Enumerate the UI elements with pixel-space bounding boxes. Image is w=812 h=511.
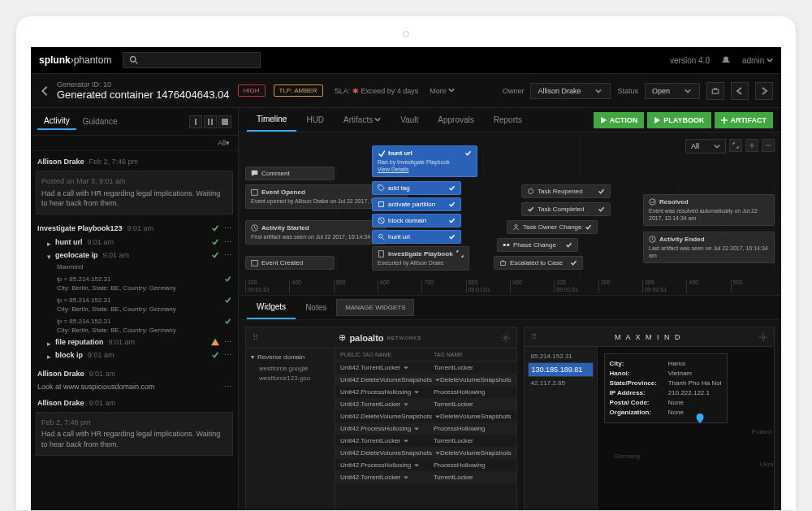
widget-paloalto: ⠿⊕ paloaltoNETWORKS ▾ Reverse domain wes… [245,327,517,510]
step-block-ip[interactable]: ▸block ip9:01 am⋯ [36,349,233,362]
severity-tag[interactable]: HIGH [238,84,266,97]
maxmind-logo: M A X M I N D [615,333,682,341]
card-task-reopened[interactable]: Task Reopened [521,184,611,198]
tlp-tag[interactable]: TLP: AMBER [274,84,323,97]
activity-author: Allison DrakeFeb 2, 7:46 pm [36,154,233,169]
card-investigate-pb[interactable]: Investigate PlaybookExecuted by Allison … [372,246,469,271]
link-item[interactable]: Look at www.suspiciousdomain.com⋯ [36,381,233,396]
table-row[interactable]: Unit42.DeleteVolumeSnapshots DeleteVolum… [335,447,516,459]
user-menu[interactable]: admin [742,56,773,65]
tab-hud[interactable]: HUD [296,109,334,131]
drag-handle-icon[interactable]: ⠿ [253,333,259,342]
playbook-button[interactable]: PLAYBOOK [647,112,710,128]
svg-line-1 [136,61,138,63]
ip-detail[interactable]: ip = 85.214.152.31City: Berlin, State: B… [36,272,233,293]
zoom-in-button[interactable] [745,139,758,152]
filter-all[interactable]: All ▾ [31,136,238,151]
warning-icon [211,338,219,346]
activity-note[interactable]: Posted on Mar 3, 9:01 amHad a call with … [36,171,233,214]
card-task-owner[interactable]: Task Owner Change [507,220,598,234]
card-escalated[interactable]: Escalated to Case [494,256,583,270]
card-resolved[interactable]: ResolvedEvent was resolved automatically… [643,194,775,226]
card-task-completed[interactable]: Task Completed [521,202,611,216]
svg-rect-17 [501,262,506,266]
container-title: Generated container 1476404643.04 [57,89,230,101]
table-row[interactable]: Unit42.ProcessHollosing ProcessHollowing [335,459,516,471]
tab-guidance[interactable]: Guidance [76,114,124,129]
map[interactable]: City: HanoiHanoi: VietnamState/Province:… [598,347,774,510]
svg-rect-3 [195,119,197,125]
tab-reports[interactable]: Reports [484,109,532,131]
action-button[interactable]: ACTION [594,112,645,128]
ip-list-item[interactable]: 42.117.2.85 [528,377,594,389]
step-hunt-url[interactable]: ▸hunt url9:01 am⋯ [36,236,233,249]
table-row[interactable]: Unit42.TorrentLocker TorrentLocker [335,362,516,374]
card-hunt-url[interactable]: hunt urlRan by Investigate PlaybookView … [372,145,477,177]
zoom-out-button[interactable] [762,139,775,152]
artifact-button[interactable]: ARTIFACT [715,112,774,128]
view-mode-3[interactable] [218,115,231,128]
device-camera [403,31,409,37]
ip-list-item[interactable]: 130.185.189.81 [528,362,594,377]
search-input[interactable] [123,52,261,68]
table-row[interactable]: Unit42.ProcessHollosing ProcessHollowing [335,386,516,398]
activity-note[interactable]: Feb 2, 7:46 pmHad a call with HR regardi… [36,412,233,456]
svg-rect-2 [712,89,719,93]
card-activity-started[interactable]: Activity StartedFirst artifact was seen … [245,220,386,245]
playbook-header[interactable]: Investigate Playbook1239:01 am⋯ [36,221,233,236]
card-add-tag[interactable]: add tag [372,181,461,195]
tab-widgets[interactable]: Widgets [247,296,296,319]
card-block-domain[interactable]: block domain [372,214,461,227]
gear-icon[interactable] [759,333,767,341]
tab-vault[interactable]: Vault [391,109,428,131]
timeline-ruler: 30009:01:0140050060070080009:01:01900100… [245,279,775,293]
briefcase-button[interactable] [706,82,724,100]
fullscreen-button[interactable] [729,139,742,152]
ip-detail[interactable]: ip = 85.214.152.31City: Berlin, State: B… [36,293,233,314]
ip-detail[interactable]: ip = 85.214.152.31City: Berlin, State: B… [36,314,233,336]
table-row[interactable]: Unit42.TorrentLocker TorrentLocker [335,471,516,483]
table-row[interactable]: Unit42.DeleteVolumeSnapshots DeleteVolum… [335,410,516,422]
bell-icon[interactable] [721,55,731,65]
card-event-created[interactable]: Event Created [245,256,335,270]
owner-select[interactable]: Allison Drake [530,83,611,99]
view-mode-1[interactable] [189,115,202,128]
svg-rect-15 [503,244,506,246]
topbar: splunk›phantom version 4.0 admin [31,47,781,74]
view-mode-2[interactable] [204,115,217,128]
svg-point-18 [650,199,656,206]
version-label: version 4.0 [670,56,710,65]
map-info-panel: City: HanoiHanoi: VietnamState/Province:… [604,353,728,423]
card-hunt-url-2[interactable]: hunt url [372,230,461,244]
drag-handle-icon[interactable]: ⠿ [531,332,538,341]
svg-rect-5 [211,119,213,125]
card-comment[interactable]: Comment [245,167,335,180]
tab-timeline[interactable]: Timeline [247,108,296,132]
container-header: Generator ID: 10 Generated container 147… [31,74,781,108]
table-row[interactable]: Unit42.TorrentLocker TorrentLocker [335,435,516,447]
status-select[interactable]: Open [645,83,700,99]
sla-label: SLA: ✱ Exceed by 4 days [335,87,419,95]
timeline-canvas[interactable]: All Comment Event OpenedEvent opened by … [239,132,781,295]
table-row[interactable]: Unit42.TorrentLocker TorrentLocker [335,398,516,410]
manage-widgets-button[interactable]: MANAGE WIDGETS [336,299,414,316]
status-label: Status [617,87,638,95]
card-activity-ended[interactable]: Activity EndedLast artifact was seen on … [643,232,775,263]
table-row[interactable]: Unit42.ProcessHollosing ProcessHollowing [335,422,516,435]
more-menu[interactable]: More [430,87,455,95]
step-file-rep[interactable]: ▸file reputation9:01 am⋯ [36,336,233,349]
gear-icon[interactable] [502,334,510,342]
ip-list-item[interactable]: 85.214.152.31 [528,350,594,362]
table-row[interactable]: Unit42.DeleteVolumeSnapshots DeleteVolum… [335,374,516,386]
step-geolocate[interactable]: ▾geolocate ip9:01 am⋯ [36,249,233,262]
tab-activity[interactable]: Activity [37,113,76,130]
tab-approvals[interactable]: Approvals [428,109,483,131]
back-icon[interactable] [39,85,50,97]
card-activate-partition[interactable]: activate partition [372,197,461,211]
prev-button[interactable] [731,82,749,100]
tab-artifacts[interactable]: Artifacts [334,109,391,131]
reverse-domain-toggle[interactable]: ▾ Reverse domain [251,353,330,361]
next-button[interactable] [755,82,773,100]
card-phase-change[interactable]: Phase Change [497,238,578,252]
tab-notes[interactable]: Notes [296,297,336,318]
